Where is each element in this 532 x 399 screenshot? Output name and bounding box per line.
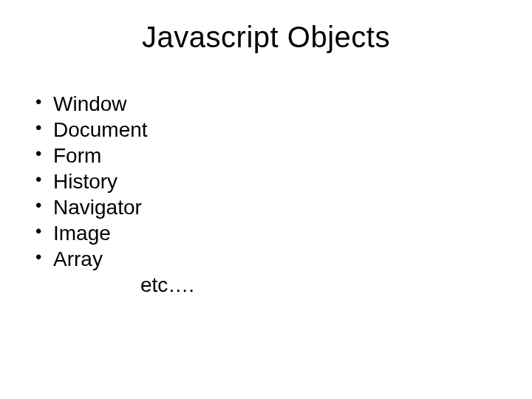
list-item: History — [30, 168, 532, 194]
content-area: Window Document Form History Navigator I… — [0, 54, 532, 298]
list-item: Navigator — [30, 194, 532, 220]
slide-title: Javascript Objects — [0, 0, 532, 54]
list-item: Document — [30, 117, 532, 143]
list-item: Array — [30, 246, 532, 272]
list-item: Form — [30, 143, 532, 168]
list-item: Image — [30, 220, 532, 246]
bullet-list: Window Document Form History Navigator I… — [30, 91, 532, 272]
list-item: Window — [30, 91, 532, 117]
trailing-text: etc…. — [30, 272, 532, 298]
